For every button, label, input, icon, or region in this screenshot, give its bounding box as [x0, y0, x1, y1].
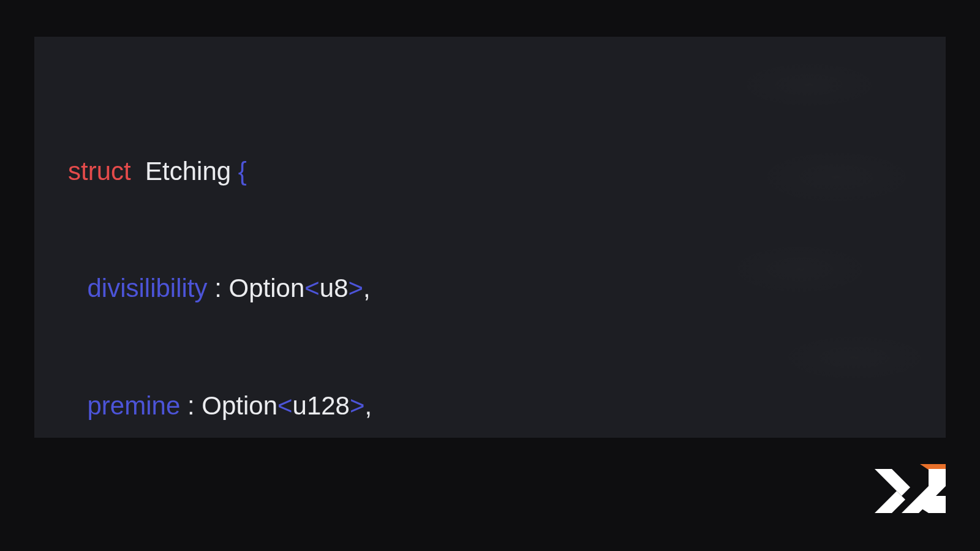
type-option: Option — [202, 391, 277, 420]
struct-name: Etching — [145, 157, 231, 186]
keyword-struct: struct — [68, 157, 131, 186]
inner-type: u8 — [320, 274, 349, 302]
field-line: premine : Option<u128>, — [68, 386, 912, 425]
code-block: struct Etching { divisilibility : Option… — [68, 73, 912, 438]
code-panel: struct Etching { divisilibility : Option… — [34, 37, 946, 438]
field-name: premine — [88, 391, 181, 420]
struct-declaration-line: struct Etching { — [68, 152, 912, 191]
field-name: divisilibility — [88, 274, 208, 302]
type-option: Option — [229, 274, 305, 302]
inner-type: u128 — [293, 391, 350, 420]
brand-logo — [875, 464, 946, 517]
field-line: divisilibility : Option<u8>, — [68, 269, 912, 308]
brace-open: { — [238, 157, 247, 186]
